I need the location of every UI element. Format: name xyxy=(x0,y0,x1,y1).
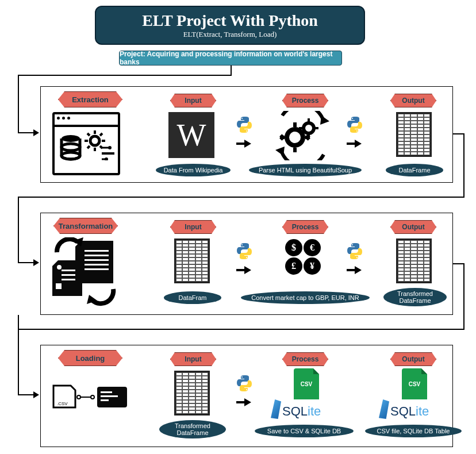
svg-rect-30 xyxy=(315,127,318,129)
svg-line-8 xyxy=(87,133,90,136)
svg-point-3 xyxy=(90,136,99,145)
output-caption: Transformed DataFrame xyxy=(383,288,447,306)
transform-docs-icon xyxy=(52,237,127,306)
input-caption: Data From Wikipedia xyxy=(156,164,231,176)
input-label: Input xyxy=(170,352,216,366)
svg-point-1 xyxy=(62,144,80,151)
flow-line xyxy=(453,133,465,134)
svg-point-48 xyxy=(91,395,94,399)
currency-dollar-icon: $ xyxy=(285,239,302,256)
stage-transformation: Transformation xyxy=(40,213,453,315)
flow-line xyxy=(18,262,34,263)
arrow-icon xyxy=(236,140,251,148)
flow-line xyxy=(18,315,19,395)
python-icon xyxy=(346,116,364,134)
svg-rect-28 xyxy=(308,134,310,138)
arrow-icon xyxy=(347,266,362,274)
svg-point-17 xyxy=(287,129,303,145)
output-caption: DataFrame xyxy=(386,164,443,176)
svg-rect-40 xyxy=(85,259,109,261)
svg-point-0 xyxy=(62,135,80,142)
stage-name-badge: Extraction xyxy=(58,91,122,107)
project-description-bar: Project: Acquiring and processing inform… xyxy=(119,51,342,66)
svg-rect-41 xyxy=(85,264,109,266)
svg-point-26 xyxy=(304,123,314,133)
input-caption: DataFram xyxy=(164,291,221,304)
output-caption: CSV file, SQLite DB Table xyxy=(365,425,462,437)
arrow-icon xyxy=(347,140,362,148)
python-icon xyxy=(235,116,254,134)
flow-line xyxy=(453,263,465,264)
arrow-head-icon xyxy=(33,259,39,266)
output-label: Output xyxy=(390,220,436,234)
process-caption: Convert market cap to GBP, EUR, INR xyxy=(241,291,370,304)
process-label: Process xyxy=(282,220,328,234)
csv-sqlite-icon: CSV SQLite xyxy=(379,368,429,419)
csv-file-icon: CSV xyxy=(402,368,427,399)
process-caption: Save to CSV & SQLite DB xyxy=(255,425,354,437)
stage-extraction: Extraction xyxy=(40,86,453,183)
sqlite-logo-icon: SQLite xyxy=(379,399,429,419)
svg-text:.CSV: .CSV xyxy=(57,401,68,406)
page-title: ELT Project With Python xyxy=(142,11,318,30)
svg-point-2 xyxy=(62,152,80,159)
dataframe-icon xyxy=(174,371,210,415)
stage-loading: Loading .CSV Input Transformed DataFrame… xyxy=(40,345,453,447)
stage-name-badge: Transformation xyxy=(53,218,118,234)
svg-rect-39 xyxy=(85,255,109,256)
python-icon xyxy=(346,242,364,260)
flow-line xyxy=(18,132,34,133)
currency-icons: $ € £ ¥ xyxy=(280,238,326,275)
flow-line xyxy=(18,394,34,395)
svg-rect-29 xyxy=(299,127,302,129)
currency-pound-icon: £ xyxy=(285,257,302,275)
arrow-icon xyxy=(236,398,251,406)
flow-line xyxy=(18,197,19,263)
arrow-icon xyxy=(236,266,251,274)
csv-sqlite-icon: CSV SQLite xyxy=(271,368,321,419)
svg-rect-38 xyxy=(85,250,109,252)
process-label: Process xyxy=(282,94,328,107)
currency-euro-icon: € xyxy=(304,239,321,256)
svg-rect-18 xyxy=(293,122,297,127)
svg-marker-32 xyxy=(275,147,285,156)
flow-line xyxy=(463,263,465,330)
svg-rect-37 xyxy=(56,283,62,289)
dataframe-icon xyxy=(174,238,210,283)
arrow-head-icon xyxy=(33,391,39,398)
dataframe-icon xyxy=(396,112,432,157)
svg-rect-52 xyxy=(101,399,109,401)
load-target-icon: .CSV xyxy=(51,381,132,412)
input-caption: Transformed DataFrame xyxy=(159,420,226,438)
svg-point-36 xyxy=(57,265,62,270)
flow-line xyxy=(18,197,465,198)
svg-marker-31 xyxy=(320,116,329,125)
svg-line-10 xyxy=(100,133,102,136)
svg-rect-50 xyxy=(101,391,112,393)
flow-line xyxy=(18,75,232,76)
input-label: Input xyxy=(170,220,216,234)
output-label: Output xyxy=(390,352,436,366)
svg-line-11 xyxy=(87,146,90,148)
svg-rect-19 xyxy=(293,148,297,152)
parse-gears-icon xyxy=(271,111,334,160)
wikipedia-icon: W xyxy=(168,112,214,158)
page-subtitle: ELT(Extract, Transform, Load) xyxy=(183,30,277,39)
arrow-head-icon xyxy=(33,129,39,136)
header-panel: ELT Project With Python ELT(Extract, Tra… xyxy=(95,6,365,45)
flow-line xyxy=(18,329,465,330)
input-label: Input xyxy=(170,94,216,107)
csv-file-icon: CSV xyxy=(294,368,319,399)
data-source-icon xyxy=(52,112,120,175)
sqlite-logo-icon: SQLite xyxy=(271,399,321,419)
svg-point-47 xyxy=(77,395,80,399)
flow-line xyxy=(18,75,19,133)
python-icon xyxy=(235,242,254,260)
svg-rect-27 xyxy=(308,118,310,122)
process-caption: Parse HTML using BeautifulSoup xyxy=(249,164,362,176)
output-label: Output xyxy=(390,94,436,107)
currency-yen-icon: ¥ xyxy=(304,257,321,275)
stage-name-badge: Loading xyxy=(58,350,122,366)
python-icon xyxy=(235,374,254,393)
flow-line xyxy=(463,133,465,198)
